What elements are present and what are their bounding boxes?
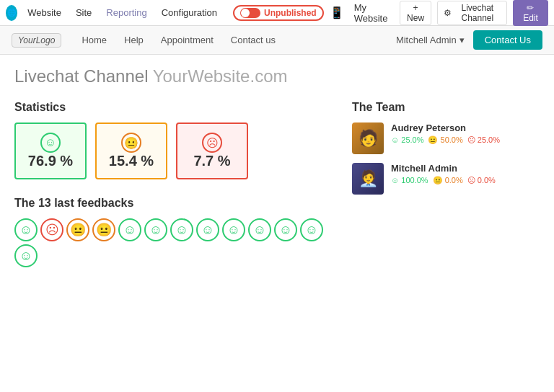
member-name-0: Audrey Peterson [391,122,540,133]
feedbacks-section: The 13 last feedbacks ☺☹😐😐☺☺☺☺☺☺☺☺☺ [14,197,323,267]
toggle-switch-icon [240,8,260,18]
sad-smiley-icon: ☹ [202,133,222,153]
odoo-logo: 🌐 [6,5,17,21]
page-title: Livechat Channel YourWebsite.com [14,66,540,86]
user-menu[interactable]: Mitchell Admin ▾ [396,35,465,45]
member-avatar-0: 🧑 [352,122,384,154]
feedbacks-title: The 13 last feedbacks [14,197,323,210]
avatar-image-0: 🧑 [352,122,384,154]
feedback-smiley-0: ☺ [14,218,38,241]
main-content: Livechat Channel YourWebsite.com Statist… [0,55,554,279]
stat-box-sad: ☹ 7.7 % [176,122,248,179]
feedback-smiley-11: ☺ [300,218,323,241]
reporting-menu[interactable]: Reporting [102,6,151,19]
feedback-smiley-2: 😐 [66,218,89,241]
member-info-1: Mitchell Admin ☺ 100.0% 😐 0.0% ☹ 0.0% [391,163,540,185]
livechat-channel-button[interactable]: ⚙ Livechat Channel [437,1,507,25]
member-stats-0: ☺ 25.0% 😐 50.0% ☹ 25.0% [391,135,540,145]
page-subtitle: YourWebsite.com [153,66,288,86]
member-happy-1: ☺ 100.0% [391,176,428,185]
neutral-smiley-icon: 😐 [121,133,141,153]
user-dropdown-icon: ▾ [460,35,465,45]
nav-home[interactable]: Home [73,26,115,55]
team-member-0: 🧑 Audrey Peterson ☺ 25.0% 😐 50.0% ☹ 25.0… [352,122,540,154]
site-logo: YourLogo [12,33,61,48]
edit-button[interactable]: ✏ Edit [513,0,548,26]
statistics-title: Statistics [14,101,323,114]
content-grid: Statistics ☺ 76.9 % 😐 15.4 % ☹ 7.7 % The [14,101,540,267]
avatar-image-1: 🧑‍💼 [352,163,384,195]
mywebsite-menu[interactable]: My Website [350,1,395,25]
member-sad-1: ☹ 0.0% [467,176,496,185]
stat-value-happy: 76.9 % [28,153,73,169]
nav-contact[interactable]: Contact us [222,26,284,55]
member-info-0: Audrey Peterson ☺ 25.0% 😐 50.0% ☹ 25.0% [391,122,540,145]
feedback-grid: ☺☹😐😐☺☺☺☺☺☺☺☺☺ [14,218,323,267]
website-header: YourLogo Home Help Appointment Contact u… [0,26,554,55]
member-avatar-1: 🧑‍💼 [352,163,384,195]
feedback-smiley-3: 😐 [92,218,115,241]
stat-box-happy: ☺ 76.9 % [14,122,87,179]
member-stats-1: ☺ 100.0% 😐 0.0% ☹ 0.0% [391,176,540,185]
right-column: The Team 🧑 Audrey Peterson ☺ 25.0% 😐 50.… [352,101,540,267]
stat-box-neutral: 😐 15.4 % [95,122,167,179]
unpublished-label: Unpublished [264,8,317,18]
contact-us-button[interactable]: Contact Us [473,30,542,50]
feedback-smiley-6: ☺ [170,218,193,241]
mobile-preview-icon[interactable]: 📱 [330,6,344,19]
team-title: The Team [352,101,540,114]
feedback-smiley-7: ☺ [196,218,219,241]
happy-smiley-icon: ☺ [40,133,61,153]
feedback-smiley-1: ☹ [40,218,63,241]
top-nav: 🌐 Website Site Reporting Configuration U… [0,0,554,26]
feedback-smiley-12: ☺ [14,244,38,267]
feedback-smiley-8: ☺ [222,218,245,241]
configuration-menu[interactable]: Configuration [157,6,221,19]
member-neutral-0: 😐 50.0% [428,135,462,145]
feedback-smiley-5: ☺ [144,218,167,241]
feedback-smiley-4: ☺ [118,218,141,241]
gear-icon: ⚙ [444,8,452,18]
unpublished-toggle[interactable]: Unpublished [233,5,324,21]
feedback-smiley-9: ☺ [248,218,271,241]
member-happy-0: ☺ 25.0% [391,135,423,145]
left-column: Statistics ☺ 76.9 % 😐 15.4 % ☹ 7.7 % The [14,101,323,267]
team-members: 🧑 Audrey Peterson ☺ 25.0% 😐 50.0% ☹ 25.0… [352,122,540,195]
website-menu[interactable]: Website [23,6,66,19]
nav-help[interactable]: Help [115,26,152,55]
new-button[interactable]: + New [400,1,431,25]
member-neutral-1: 😐 0.0% [433,176,463,185]
member-sad-0: ☹ 25.0% [467,135,500,145]
team-member-1: 🧑‍💼 Mitchell Admin ☺ 100.0% 😐 0.0% ☹ 0.0… [352,163,540,195]
stat-value-sad: 7.7 % [193,153,230,169]
nav-appointment[interactable]: Appointment [152,26,222,55]
user-name: Mitchell Admin [396,35,457,45]
stats-boxes: ☺ 76.9 % 😐 15.4 % ☹ 7.7 % [14,122,323,179]
site-menu[interactable]: Site [71,6,96,19]
feedback-smiley-10: ☺ [274,218,297,241]
stat-value-neutral: 15.4 % [109,153,154,169]
member-name-1: Mitchell Admin [391,163,540,174]
